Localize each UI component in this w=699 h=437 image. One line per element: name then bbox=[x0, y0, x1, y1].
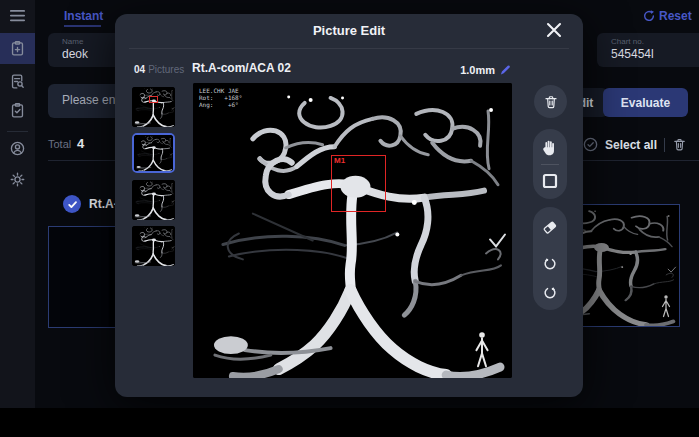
image-title: Rt.A-com/ACA 02 bbox=[192, 61, 291, 75]
reset-label: Reset bbox=[659, 9, 692, 23]
pictures-count: 04Pictures bbox=[134, 64, 184, 75]
sidebar bbox=[0, 0, 35, 408]
clipboard-check-icon[interactable] bbox=[9, 102, 26, 119]
document-search-icon[interactable] bbox=[9, 73, 26, 90]
select-all-checkbox-icon[interactable] bbox=[583, 137, 598, 152]
name-field-label: Name bbox=[62, 37, 83, 46]
chart-no-label: Chart no. bbox=[611, 37, 644, 46]
settings-gear-icon[interactable] bbox=[9, 171, 26, 188]
total-count: 4 bbox=[77, 136, 84, 151]
close-icon[interactable] bbox=[545, 21, 563, 39]
pan-hand-tool[interactable] bbox=[541, 138, 559, 156]
tool-separator bbox=[541, 164, 559, 165]
annotation-label: M1 bbox=[334, 156, 345, 165]
modal-header-divider bbox=[129, 48, 569, 49]
eraser-icon bbox=[541, 218, 559, 236]
thumbnail-1-annotation-marker bbox=[149, 96, 158, 103]
edit-pencil-icon[interactable] bbox=[499, 64, 511, 76]
android-nav-bar bbox=[0, 408, 699, 437]
thumbnail-4[interactable] bbox=[132, 226, 175, 266]
total-label: Total bbox=[48, 138, 71, 150]
orientation-figure-icon bbox=[661, 292, 671, 322]
thumbnail-2-selected[interactable] bbox=[132, 133, 175, 173]
redo-icon bbox=[541, 283, 559, 301]
name-field-value: deok bbox=[62, 47, 88, 61]
item-checked-icon[interactable] bbox=[63, 195, 81, 213]
trash-icon bbox=[543, 94, 559, 110]
tab-instant[interactable]: Instant bbox=[64, 9, 103, 23]
reset-button[interactable]: Reset bbox=[643, 9, 692, 23]
annotation-rectangle[interactable]: M1 bbox=[331, 155, 386, 212]
menu-icon[interactable] bbox=[9, 9, 26, 23]
app-screen: Instant Reset Name deok Chart no. 545454… bbox=[0, 0, 699, 437]
undo-icon bbox=[541, 254, 559, 272]
evaluate-button[interactable]: Evaluate bbox=[603, 88, 688, 117]
vertical-separator bbox=[664, 138, 665, 152]
slice-thickness-value: 1.0mm bbox=[415, 64, 495, 76]
rectangle-select-tool-active[interactable] bbox=[541, 172, 559, 190]
thumbnail-1[interactable] bbox=[132, 87, 175, 127]
image-metadata-overlay: LEE.CHK JAE Rot: +168° Ang: +6° bbox=[199, 87, 242, 108]
select-all-label[interactable]: Select all bbox=[605, 138, 657, 152]
tool-group-editing bbox=[533, 207, 567, 310]
orientation-figure-icon bbox=[474, 327, 490, 375]
pictures-count-word: Pictures bbox=[148, 64, 184, 75]
sidebar-divider bbox=[7, 131, 28, 132]
delete-picture-button[interactable] bbox=[534, 85, 567, 118]
pictures-count-number: 04 bbox=[134, 64, 145, 75]
hand-icon bbox=[541, 138, 559, 158]
reset-icon bbox=[643, 10, 655, 22]
select-all-control: Select all bbox=[583, 137, 687, 152]
undo-button[interactable] bbox=[541, 254, 559, 272]
tool-group-navigation bbox=[533, 129, 567, 199]
chart-no-field[interactable]: Chart no. 545454l bbox=[597, 33, 699, 67]
modal-title: Picture Edit bbox=[115, 23, 583, 38]
account-icon[interactable] bbox=[9, 140, 26, 157]
chart-no-value: 545454l bbox=[611, 47, 654, 61]
thumbnail-3[interactable] bbox=[132, 180, 175, 220]
main-angiogram-image[interactable]: LEE.CHK JAE Rot: +168° Ang: +6° M1 bbox=[193, 83, 512, 378]
eraser-tool[interactable] bbox=[541, 218, 559, 236]
tab-instant-underline bbox=[64, 25, 101, 27]
redo-button-disabled[interactable] bbox=[541, 283, 559, 301]
picture-edit-modal: Picture Edit 04Pictures Rt.A-com/ACA 02 … bbox=[115, 14, 583, 397]
delete-selected-icon[interactable] bbox=[672, 137, 687, 152]
clipboard-add-icon bbox=[9, 40, 26, 57]
rectangle-icon bbox=[541, 172, 559, 190]
sidebar-item-new-record[interactable] bbox=[0, 33, 35, 64]
